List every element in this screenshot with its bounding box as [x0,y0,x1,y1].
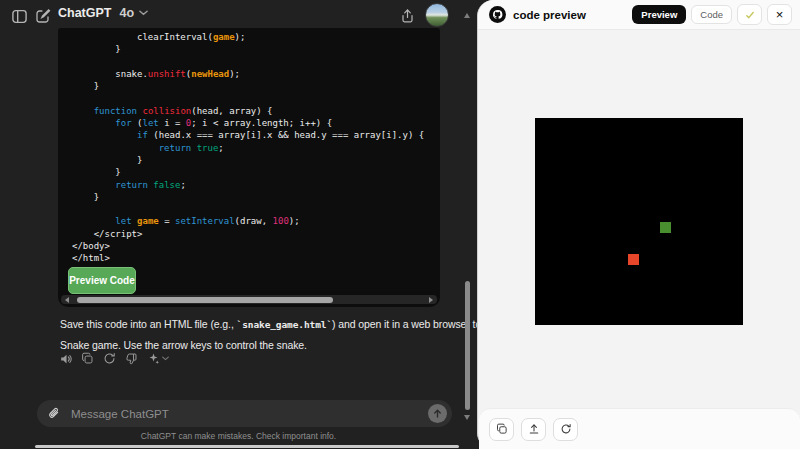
code-line: } [72,191,438,203]
code-line [72,203,438,215]
panel-footer [479,408,800,449]
regenerate-icon[interactable] [100,349,119,368]
model-switcher[interactable]: ChatGPT4o [58,6,148,20]
run-status-button[interactable] [737,4,762,25]
code-preview-logo-icon [489,6,506,23]
send-button[interactable] [428,404,447,423]
message-text: Save this code into an HTML file (e.g., [60,318,237,330]
window-horizontal-scrollbar[interactable] [35,445,459,448]
new-chat-icon[interactable] [33,6,53,26]
refresh-icon[interactable] [553,418,578,441]
code-line: </html> [72,252,438,264]
sidebar-toggle-icon[interactable] [9,6,29,26]
code-line [72,92,438,104]
code-line: clearInterval(game); [72,31,438,43]
code-line: </body> [72,240,438,252]
code-line: return true; [72,142,438,154]
code-line: } [72,154,438,166]
snake-square [660,222,671,233]
code-scrollbar-thumb[interactable] [77,297,333,303]
model-version: 4o [119,6,134,20]
scroll-down-arrow-icon[interactable] [464,415,470,420]
preview-code-button[interactable]: Preview Code [68,267,136,294]
code-line [72,56,438,68]
panel-header: code preview Preview Code × [478,0,800,30]
message-actions [56,349,171,368]
scroll-left-arrow-icon[interactable] [65,297,69,303]
share-icon[interactable] [397,6,417,26]
code-line: for (let i = 0; i < array.length; i++) { [72,117,438,129]
code-horizontal-scrollbar[interactable] [61,295,437,304]
inline-code-filename: `snake_game.html` [237,319,333,330]
code-line: } [72,43,438,55]
code-line: snake.unshift(newHead); [72,68,438,80]
model-name: ChatGPT [58,6,111,20]
code-preview-panel: code preview Preview Code × [477,0,800,449]
scroll-up-arrow-icon[interactable] [464,13,470,18]
copy-icon[interactable] [78,349,97,368]
panel-title: code preview [513,9,627,21]
tab-preview[interactable]: Preview [632,5,686,24]
message-input[interactable] [69,407,428,421]
user-avatar[interactable] [425,3,449,27]
close-icon: × [776,8,784,21]
sparkle-model-icon[interactable] [144,349,171,368]
scroll-right-arrow-icon[interactable] [429,297,433,303]
attach-file-icon[interactable] [47,406,61,421]
code-line: if (head.x === array[i].x && head.y === … [72,129,438,141]
code-line: } [72,80,438,92]
code-content: clearInterval(game); } snake.unshift(new… [72,31,438,265]
code-line: return false; [72,179,438,191]
code-line: </script> [72,228,438,240]
disclaimer-text: ChatGPT can make mistakes. Check importa… [0,431,477,441]
thumbs-down-icon[interactable] [122,349,141,368]
code-line: } [72,166,438,178]
chat-vertical-scrollbar[interactable] [465,281,470,410]
code-line: function collision(head, array) { [72,105,438,117]
code-line: let game = setInterval(draw, 100); [72,215,438,227]
copy-icon[interactable] [489,418,514,441]
code-block: clearInterval(game); } snake.unshift(new… [58,28,440,307]
food-square [628,254,639,265]
tab-code[interactable]: Code [691,5,732,24]
read-aloud-icon[interactable] [56,349,75,368]
close-panel-button[interactable]: × [767,4,792,25]
game-canvas [535,118,743,325]
composer-bar [37,400,452,427]
chevron-down-icon [139,10,148,16]
yellow-check-icon [745,10,755,20]
app-window: ChatGPT4o clearInterval(game); } snake.u… [0,0,800,449]
upload-icon[interactable] [521,418,546,441]
